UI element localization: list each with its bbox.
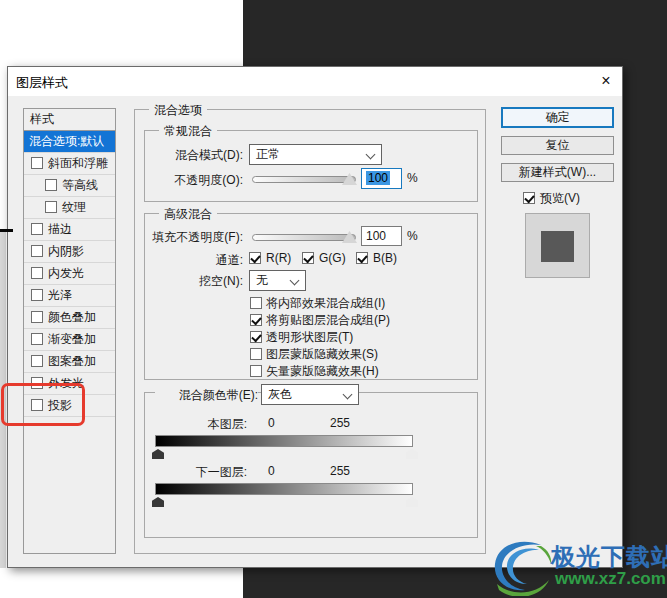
fill-opacity-label: 填充不透明度(F): bbox=[145, 229, 243, 246]
option-label: 图层蒙版隐藏效果(S) bbox=[266, 347, 378, 361]
style-preview-thumbnail bbox=[525, 213, 590, 278]
blend-mode-value: 正常 bbox=[256, 147, 280, 161]
underlying-layer-black-slider[interactable] bbox=[152, 497, 164, 507]
dialog-title: 图层样式 bbox=[16, 74, 68, 92]
option-vector-mask-hides[interactable]: 矢量蒙版隐藏效果(H) bbox=[250, 364, 379, 379]
sidebar-item-pattern-overlay[interactable]: 图案叠加 bbox=[24, 351, 115, 373]
sidebar-item-inner-shadow[interactable]: 内阴影 bbox=[24, 241, 115, 263]
sidebar-item-gradient-overlay[interactable]: 渐变叠加 bbox=[24, 329, 115, 351]
option-transparency-shapes[interactable]: 透明形状图层(T) bbox=[250, 330, 353, 345]
fill-opacity-unit: % bbox=[407, 229, 418, 243]
sidebar-item-label: 内阴影 bbox=[48, 244, 84, 258]
blend-clipped-checkbox[interactable] bbox=[250, 314, 262, 326]
advanced-blending-title: 高级混合 bbox=[159, 206, 217, 223]
option-blend-clipped[interactable]: 将剪贴图层混合成组(P) bbox=[250, 313, 390, 328]
sidebar-item-contour[interactable]: 等高线 bbox=[24, 175, 115, 197]
watermark-site-url: www.xz7.com bbox=[555, 569, 666, 589]
fill-opacity-input[interactable]: 100 bbox=[361, 226, 402, 246]
this-layer-label: 本图层: bbox=[165, 416, 247, 433]
preview-toggle[interactable]: 预览(V) bbox=[523, 190, 580, 207]
option-layer-mask-hides[interactable]: 图层蒙版隐藏效果(S) bbox=[250, 347, 378, 362]
channel-r[interactable]: R(R) bbox=[249, 251, 291, 265]
sidebar-item-label: 混合选项:默认 bbox=[29, 134, 104, 148]
sidebar-item-label: 斜面和浮雕 bbox=[48, 156, 108, 170]
inner-glow-checkbox[interactable] bbox=[31, 267, 43, 279]
blend-if-label: 混合颜色带(E): bbox=[155, 387, 258, 404]
sidebar-item-label: 图案叠加 bbox=[48, 354, 96, 368]
blending-options-group-title: 混合选项 bbox=[149, 102, 207, 119]
channel-g[interactable]: G(G) bbox=[302, 251, 346, 265]
option-label: 将内部效果混合成组(I) bbox=[266, 296, 385, 310]
sidebar-item-label: 渐变叠加 bbox=[48, 332, 96, 346]
vector-mask-hides-checkbox[interactable] bbox=[250, 365, 262, 377]
satin-checkbox[interactable] bbox=[31, 289, 43, 301]
opacity-input[interactable]: 100 bbox=[361, 168, 402, 189]
ok-button[interactable]: 确定 bbox=[501, 107, 614, 128]
dialog-titlebar: 图层样式 × bbox=[8, 67, 622, 96]
fill-opacity-value: 100 bbox=[366, 229, 386, 243]
chevron-down-icon bbox=[290, 276, 300, 286]
pattern-overlay-checkbox[interactable] bbox=[31, 355, 43, 367]
inner-shadow-checkbox[interactable] bbox=[31, 245, 43, 257]
bevel-emboss-checkbox[interactable] bbox=[31, 157, 43, 169]
transparency-shapes-checkbox[interactable] bbox=[250, 331, 262, 343]
background-panel-edge bbox=[0, 229, 13, 232]
color-overlay-checkbox[interactable] bbox=[31, 311, 43, 323]
sidebar-item-bevel-emboss[interactable]: 斜面和浮雕 bbox=[24, 153, 115, 175]
new-style-button[interactable]: 新建样式(W)... bbox=[501, 163, 614, 182]
underlying-layer-max: 255 bbox=[330, 464, 350, 478]
blend-if-group: 混合颜色带(E): 灰色 本图层: 0 255 下一图层: 0 255 bbox=[144, 392, 478, 538]
this-layer-gradient-bar bbox=[155, 435, 413, 447]
channel-b-checkbox[interactable] bbox=[356, 252, 368, 264]
knockout-select[interactable]: 无 bbox=[249, 270, 306, 291]
option-label: 矢量蒙版隐藏效果(H) bbox=[266, 364, 379, 378]
gradient-overlay-checkbox[interactable] bbox=[31, 333, 43, 345]
channel-g-checkbox[interactable] bbox=[302, 252, 314, 264]
general-blending-title: 常规混合 bbox=[159, 123, 217, 140]
screenshot-stage: 图层样式 × 样式 混合选项:默认 斜面和浮雕 等高线 纹理 描边 内阴影 bbox=[0, 0, 667, 598]
option-label: 透明形状图层(T) bbox=[266, 330, 353, 344]
styles-list-panel: 样式 混合选项:默认 斜面和浮雕 等高线 纹理 描边 内阴影 内发光 bbox=[23, 108, 116, 554]
this-layer-white-slider[interactable] bbox=[406, 449, 418, 459]
sidebar-item-color-overlay[interactable]: 颜色叠加 bbox=[24, 307, 115, 329]
layer-style-dialog: 图层样式 × 样式 混合选项:默认 斜面和浮雕 等高线 纹理 描边 内阴影 bbox=[7, 66, 623, 568]
sidebar-item-stroke[interactable]: 描边 bbox=[24, 219, 115, 241]
opacity-value: 100 bbox=[366, 171, 390, 185]
blend-interior-checkbox[interactable] bbox=[250, 297, 262, 309]
layer-mask-hides-checkbox[interactable] bbox=[250, 348, 262, 360]
contour-checkbox[interactable] bbox=[45, 179, 57, 191]
underlying-layer-gradient-bar bbox=[155, 483, 413, 495]
preview-checkbox[interactable] bbox=[523, 192, 535, 204]
option-label: 将剪贴图层混合成组(P) bbox=[266, 313, 390, 327]
close-icon[interactable]: × bbox=[595, 70, 617, 92]
texture-checkbox[interactable] bbox=[45, 201, 57, 213]
reset-button[interactable]: 复位 bbox=[501, 136, 614, 155]
styles-list-header: 样式 bbox=[24, 109, 115, 131]
underlying-layer-label: 下一图层: bbox=[165, 464, 247, 481]
blend-if-select[interactable]: 灰色 bbox=[261, 384, 359, 405]
sidebar-item-label: 光泽 bbox=[48, 288, 72, 302]
channel-b[interactable]: B(B) bbox=[356, 251, 397, 265]
site-watermark: 极光下载站 www.xz7.com bbox=[489, 536, 667, 598]
option-blend-interior[interactable]: 将内部效果混合成组(I) bbox=[250, 296, 385, 311]
sidebar-item-texture[interactable]: 纹理 bbox=[24, 197, 115, 219]
this-layer-black-slider[interactable] bbox=[152, 449, 164, 459]
opacity-slider-track bbox=[252, 176, 356, 183]
sidebar-item-satin[interactable]: 光泽 bbox=[24, 285, 115, 307]
sidebar-item-label: 内发光 bbox=[48, 266, 84, 280]
channel-r-checkbox[interactable] bbox=[249, 252, 261, 264]
stroke-checkbox[interactable] bbox=[31, 223, 43, 235]
blend-mode-select[interactable]: 正常 bbox=[249, 144, 382, 165]
channel-r-label: R(R) bbox=[266, 251, 291, 265]
knockout-value: 无 bbox=[256, 273, 268, 287]
underlying-layer-white-slider[interactable] bbox=[406, 497, 418, 507]
sidebar-item-blending-options-default[interactable]: 混合选项:默认 bbox=[24, 131, 115, 153]
sidebar-item-label: 等高线 bbox=[62, 178, 98, 192]
sidebar-item-label: 描边 bbox=[48, 222, 72, 236]
sidebar-item-inner-glow[interactable]: 内发光 bbox=[24, 263, 115, 285]
this-layer-min: 0 bbox=[268, 416, 275, 430]
preview-label: 预览(V) bbox=[540, 191, 580, 205]
sidebar-item-label: 纹理 bbox=[62, 200, 86, 214]
this-layer-max: 255 bbox=[330, 416, 350, 430]
advanced-blending-group: 高级混合 填充不透明度(F): 100 % 通道: R(R) G(G) B(B) bbox=[144, 213, 478, 380]
